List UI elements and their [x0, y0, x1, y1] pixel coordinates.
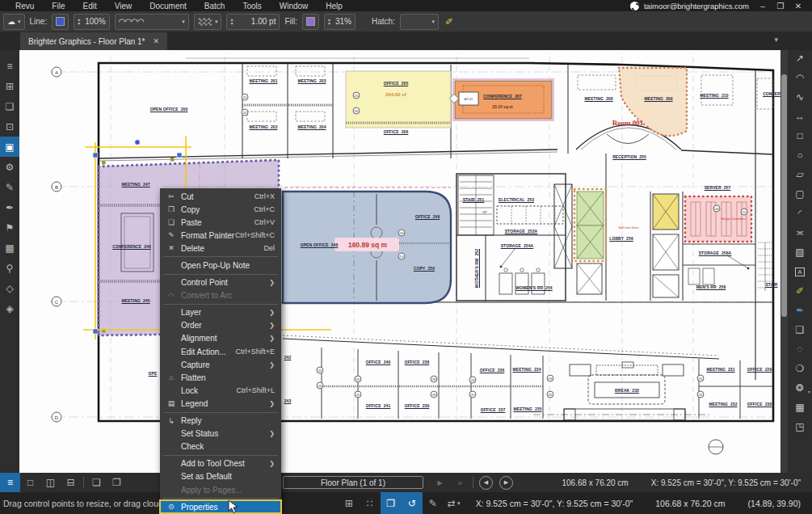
fill-opacity-value[interactable]: 31%	[335, 17, 351, 26]
account-email[interactable]: taimoor@brightergraphics.com	[644, 2, 749, 11]
single-page-icon[interactable]: □	[20, 473, 40, 492]
meeting-209-cloud-markup[interactable]	[619, 68, 687, 136]
page-indicator[interactable]: Floor Plan (1 of 1)	[283, 476, 423, 489]
sync-views-icon[interactable]: ⇄▾	[444, 492, 465, 514]
line-opacity-field[interactable]: ▴▾ 100%	[74, 14, 110, 30]
minimize-button[interactable]: –	[754, 2, 772, 11]
line-width-value[interactable]: 1.00 pt	[251, 17, 276, 26]
cloud-arc-tool-icon[interactable]: ◜	[788, 204, 812, 223]
scrollbar-thumb[interactable]	[781, 74, 787, 317]
hatch-tool-icon[interactable]: ▨	[788, 242, 812, 262]
context-menu-item-layer[interactable]: Layer❯	[160, 306, 281, 319]
previous-view-icon[interactable]: ◀	[479, 476, 493, 490]
thumbnails-icon[interactable]: ⊞	[0, 76, 19, 96]
polygon-tool-icon[interactable]: ▱	[788, 165, 812, 184]
fill-color-button[interactable]	[302, 14, 319, 30]
callout-tool-icon[interactable]: ❑	[788, 320, 812, 339]
menu-revu[interactable]: Revu	[6, 2, 43, 11]
arc-tool-icon[interactable]: ◠	[788, 68, 812, 87]
cloud-tool-icon[interactable]: ▢	[788, 184, 812, 204]
line-color-button[interactable]	[52, 14, 69, 30]
tab-close-icon[interactable]: ✕	[154, 37, 160, 45]
ellipse-tool-icon[interactable]: ○	[788, 145, 812, 165]
text-tool-icon[interactable]: A	[788, 262, 812, 281]
context-menu-item-open-pop-up-note[interactable]: Open Pop-Up Note	[160, 259, 281, 272]
tool-chest-icon[interactable]: ▣	[0, 137, 19, 157]
context-menu-item-capture[interactable]: Capture❯	[160, 358, 281, 371]
restore-button[interactable]: ❐	[772, 2, 789, 11]
context-menu-item-format-painter[interactable]: ✎Format PainterCtrl+Shift+C	[160, 229, 281, 242]
markups-list-icon[interactable]: ✎	[0, 177, 19, 197]
stamp-tool-icon[interactable]: ❂▾	[788, 378, 812, 398]
tab-list-chevron-icon[interactable]: ▾	[774, 36, 778, 44]
context-menu-item-alignment[interactable]: Alignment❯	[160, 332, 281, 345]
hatch-dropdown[interactable]: ▾	[400, 14, 439, 30]
links-icon[interactable]: ◇	[0, 278, 19, 298]
shape-style-dropdown[interactable]: ☁ ▾	[3, 14, 25, 30]
media-icon[interactable]: ▦	[0, 238, 19, 258]
cloud-circle-tool-icon[interactable]: ◌	[788, 339, 812, 359]
context-menu-item-delete[interactable]: ✕DeleteDel	[160, 242, 281, 255]
line-width-field[interactable]: ▴▾ 1.00 pt	[226, 14, 280, 30]
next-view-icon[interactable]: ▶	[499, 476, 513, 490]
image-tool-icon[interactable]: ▦	[788, 398, 812, 417]
last-page-icon[interactable]: »	[450, 473, 470, 492]
pen-mode-icon[interactable]: ✎	[423, 492, 444, 514]
fill-opacity-field[interactable]: ▴▾ 31%	[324, 14, 356, 30]
split-horizontal-icon[interactable]: ⊟	[61, 473, 81, 492]
context-menu-item-control-point[interactable]: Control Point❯	[160, 276, 281, 289]
menu-tools[interactable]: Tools	[234, 2, 270, 11]
context-menu-item-copy[interactable]: ❐CopyCtrl+C	[160, 203, 281, 216]
menu-view[interactable]: View	[106, 2, 141, 11]
context-menu-item-flatten[interactable]: ⌂Flatten	[160, 371, 281, 384]
compare-icon[interactable]: ❐	[107, 473, 127, 492]
snapshot-tool-icon[interactable]: ◳	[788, 417, 812, 436]
measure-tool-icon[interactable]: ≍	[788, 223, 812, 242]
grid-toggle-icon[interactable]: ⊞	[339, 492, 360, 514]
office-205-highlight[interactable]	[346, 71, 451, 128]
menu-window[interactable]: Window	[271, 2, 318, 11]
pen-tool-icon[interactable]: ✒	[788, 301, 812, 320]
page-flip-icon[interactable]: ❏	[86, 473, 107, 492]
highlight-tool-icon[interactable]: ✐	[788, 281, 812, 301]
vertical-scrollbar[interactable]	[780, 50, 788, 473]
split-vertical-icon[interactable]: ◫	[40, 473, 61, 492]
spaces-icon[interactable]: ⊡	[0, 116, 19, 137]
properties-panel-icon[interactable]: ⚙	[0, 157, 19, 177]
polyline-tool-icon[interactable]: ∿	[788, 87, 812, 107]
menu-batch[interactable]: Batch	[196, 2, 234, 11]
context-menu-item-check[interactable]: Check	[160, 440, 281, 453]
thumbnails-toggle-icon[interactable]: ≡	[0, 473, 20, 492]
line-style-dropdown[interactable]: ◠◠◠◠ ▾	[115, 14, 189, 30]
file-access-icon[interactable]: ≡	[0, 56, 19, 76]
hatch-paint-icon[interactable]: ✐	[445, 16, 453, 27]
context-menu-item-cut[interactable]: ✂CutCtrl+X	[160, 190, 281, 203]
snap-toggle-icon[interactable]: ∷	[360, 492, 381, 514]
stepper-icon[interactable]: ▴▾	[328, 18, 330, 26]
menu-file[interactable]: File	[43, 2, 74, 11]
line-opacity-value[interactable]: 100%	[85, 17, 106, 26]
undo-markup-icon[interactable]: ↺	[402, 492, 423, 514]
context-menu-item-set-as-default[interactable]: Set as Default	[160, 470, 281, 483]
arrow-tool-icon[interactable]: ↗	[788, 48, 812, 68]
bookmarks-icon[interactable]: ❏	[0, 96, 19, 116]
context-menu-item-set-status[interactable]: Set Status❯	[160, 428, 281, 440]
context-menu-item-edit-action[interactable]: Edit Action...Ctrl+Shift+E	[160, 345, 281, 358]
context-menu-item-legend[interactable]: ▤Legend❯	[160, 397, 281, 410]
stepper-icon[interactable]: ▴▾	[78, 18, 80, 26]
menu-edit[interactable]: Edit	[74, 2, 105, 11]
menu-help[interactable]: Help	[317, 2, 351, 11]
context-menu-item-add-to-tool-chest[interactable]: Add to Tool Chest❯	[160, 457, 281, 470]
rectangle-tool-icon[interactable]: □	[788, 126, 812, 145]
next-page-icon[interactable]: ▶	[430, 473, 450, 492]
control-point-handle[interactable]	[135, 140, 140, 145]
stepper-icon[interactable]: ▴▾	[230, 18, 233, 26]
layers-icon[interactable]: ◈	[0, 298, 19, 318]
context-menu-item-reply[interactable]: ↳Reply	[160, 415, 281, 428]
note-tool-icon[interactable]: ❍	[788, 359, 812, 378]
signatures-icon[interactable]: ✒	[0, 197, 19, 217]
reuse-markup-icon[interactable]: ❐	[381, 492, 402, 514]
search-icon[interactable]: ⚲	[0, 258, 19, 278]
context-menu-item-properties[interactable]: ⚙Properties	[160, 500, 281, 513]
context-menu-item-paste[interactable]: ❏PasteCtrl+V	[160, 216, 281, 229]
